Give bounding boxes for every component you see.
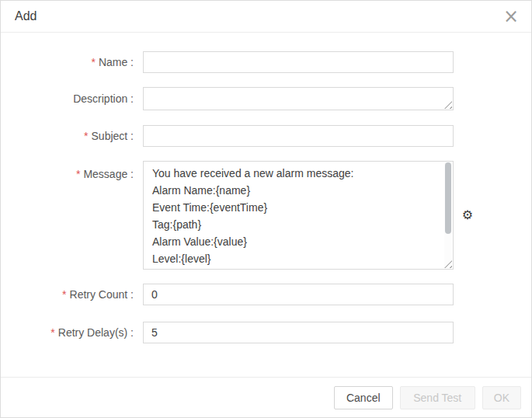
- retry-count-input[interactable]: [143, 284, 454, 305]
- message-text: You have received a new alarm message: A…: [144, 162, 453, 269]
- name-input[interactable]: [143, 51, 454, 73]
- description-text: [144, 88, 453, 110]
- retry-count-label: *Retry Count :: [1, 288, 143, 301]
- dialog-header: Add ×: [1, 1, 531, 33]
- required-marker: *: [50, 326, 54, 339]
- description-row: Description :: [1, 87, 531, 110]
- retry-delay-label: *Retry Delay(s) :: [1, 326, 143, 339]
- name-row: *Name :: [1, 51, 531, 73]
- subject-input[interactable]: [143, 125, 454, 147]
- required-marker: *: [91, 56, 95, 68]
- cancel-button[interactable]: Cancel: [334, 386, 393, 409]
- dialog-form: *Name : Description : *Subject :: [1, 33, 531, 343]
- retry-delay-input[interactable]: [143, 322, 454, 343]
- ok-button[interactable]: OK: [482, 386, 521, 409]
- send-test-button[interactable]: Send Test: [400, 386, 475, 409]
- message-label: *Message :: [1, 161, 143, 180]
- required-marker: *: [84, 130, 88, 142]
- description-label: Description :: [1, 92, 143, 105]
- dialog-title: Add: [15, 9, 37, 23]
- description-textarea[interactable]: [143, 87, 454, 110]
- message-scrollbar[interactable]: [444, 162, 452, 268]
- settings-gear-icon[interactable]: ⚙: [460, 207, 475, 223]
- message-textarea[interactable]: You have received a new alarm message: A…: [143, 161, 454, 270]
- close-icon[interactable]: ×: [500, 5, 522, 27]
- subject-label: *Subject :: [1, 130, 143, 142]
- message-row: *Message : You have received a new alarm…: [1, 161, 531, 270]
- add-dialog: Add × *Name : Description :: [0, 0, 532, 418]
- scrollbar-thumb[interactable]: [445, 162, 451, 234]
- retry-count-row: *Retry Count :: [1, 284, 531, 305]
- retry-delay-row: *Retry Delay(s) :: [1, 322, 531, 343]
- name-label: *Name :: [1, 56, 143, 68]
- required-marker: *: [76, 168, 80, 180]
- subject-row: *Subject :: [1, 125, 531, 147]
- required-marker: *: [62, 288, 66, 301]
- dialog-footer: Cancel Send Test OK: [1, 377, 531, 417]
